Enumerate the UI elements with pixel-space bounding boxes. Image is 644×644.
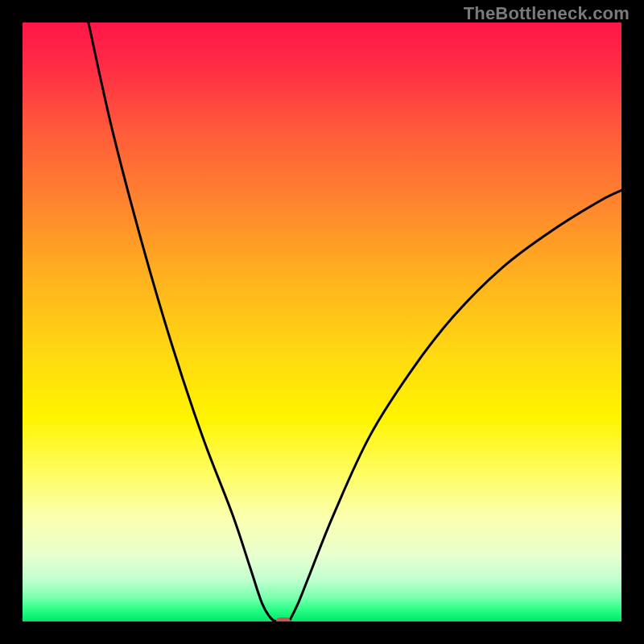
minimum-marker [276,617,291,621]
bottleneck-curve [23,23,621,621]
attribution-text: TheBottleneck.com [464,3,630,24]
curve-path [89,23,621,621]
chart-container: TheBottleneck.com [0,0,644,644]
plot-area [23,23,621,621]
